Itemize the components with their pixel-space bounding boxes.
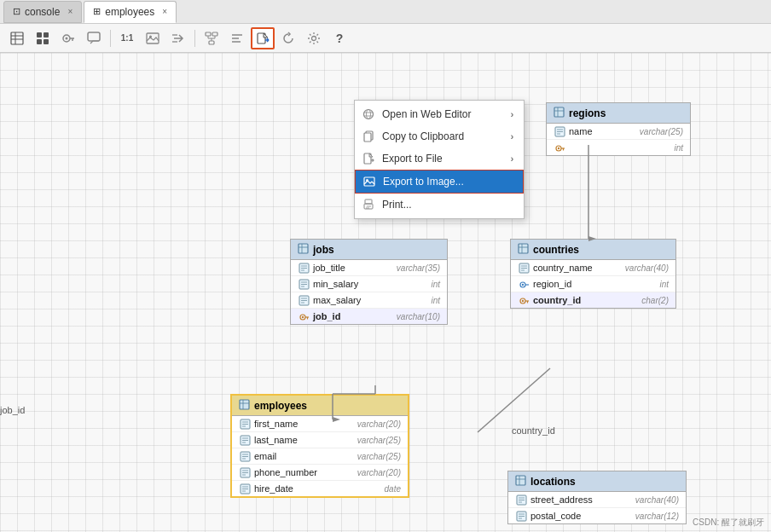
- toolbar: 1:1 ?: [0, 24, 771, 53]
- pk-icon: [554, 142, 565, 153]
- export-file-icon: [362, 152, 375, 165]
- settings-button[interactable]: [302, 27, 326, 49]
- jobs-row-jobid: job_id varchar(10): [291, 309, 447, 324]
- help-button[interactable]: ?: [328, 27, 351, 49]
- menu-item-export-image[interactable]: Export to Image...: [355, 170, 524, 194]
- tab-employees-close[interactable]: ×: [162, 7, 167, 16]
- svg-rect-19: [209, 41, 214, 44]
- table-locations-title: locations: [530, 476, 576, 488]
- countries-field-regionid-type: int: [659, 280, 669, 289]
- comment-button[interactable]: [82, 27, 106, 49]
- countries-field-regionid: region_id: [533, 279, 656, 289]
- jobs-field-jobid-type: varchar(10): [397, 312, 440, 321]
- key-button[interactable]: [56, 27, 80, 49]
- employees-row-firstname: first_name varchar(20): [232, 416, 408, 432]
- tab-console[interactable]: ⊡ console ×: [3, 1, 82, 23]
- country-id-label: country_id: [512, 425, 555, 436]
- employees-field-lastname-type: varchar(25): [357, 436, 401, 445]
- svg-point-75: [521, 283, 523, 285]
- jobs-field-max-salary: max_salary: [313, 295, 427, 305]
- locations-field-street-type: varchar(40): [635, 495, 679, 505]
- menu-item-open-web[interactable]: Open in Web Editor ›: [355, 103, 524, 125]
- image-view-button[interactable]: [141, 27, 165, 49]
- jobs-field-max-salary-type: int: [431, 296, 440, 305]
- tab-console-close[interactable]: ×: [67, 7, 72, 16]
- export-image-icon: [362, 175, 376, 188]
- context-menu[interactable]: Open in Web Editor › Copy to Clipboard ›…: [354, 100, 525, 219]
- table-jobs-title: jobs: [313, 244, 334, 256]
- svg-rect-4: [37, 32, 42, 38]
- svg-rect-123: [364, 177, 374, 186]
- menu-print-label: Print...: [382, 199, 412, 211]
- svg-point-32: [312, 36, 316, 40]
- svg-rect-6: [37, 39, 42, 44]
- copy-arrow: ›: [511, 132, 513, 142]
- layout-button[interactable]: [200, 27, 223, 49]
- employees-icon: ⊞: [93, 6, 101, 17]
- menu-export-image-label: Export to Image...: [383, 176, 464, 188]
- table-countries[interactable]: countries country_name varchar(40) regio…: [510, 239, 676, 309]
- table-employees[interactable]: employees first_name varchar(20) last_na…: [230, 394, 409, 498]
- table-jobs[interactable]: jobs job_title varchar(35) min_salary in…: [290, 239, 448, 325]
- svg-point-78: [521, 299, 523, 301]
- employees-field-hiredate-type: date: [385, 484, 401, 494]
- table-locations[interactable]: locations street_address varchar(40) pos…: [507, 471, 687, 524]
- menu-open-web-label: Open in Web Editor: [382, 108, 472, 120]
- table-locations-header: locations: [508, 471, 686, 492]
- table-employees-title: employees: [254, 400, 307, 412]
- share-button[interactable]: [166, 27, 190, 49]
- toolbar-sep-1: [110, 30, 111, 47]
- menu-export-file-label: Export to File: [382, 153, 443, 165]
- employees-row-hiredate: hire_date date: [232, 481, 408, 496]
- menu-copy-label: Copy to Clipboard: [382, 130, 464, 142]
- locations-field-street: street_address: [530, 494, 632, 505]
- employees-field-email: email: [254, 451, 354, 461]
- svg-rect-81: [240, 400, 249, 409]
- menu-item-copy-clipboard[interactable]: Copy to Clipboard ›: [355, 125, 524, 147]
- toolbar-sep-2: [194, 30, 195, 47]
- employees-field-firstname-type: varchar(20): [357, 419, 401, 429]
- svg-rect-129: [365, 205, 367, 207]
- countries-field-countryid: country_id: [533, 295, 638, 305]
- jobs-row-maxsalary: max_salary int: [291, 292, 447, 309]
- ratio-button[interactable]: 1:1: [115, 27, 139, 49]
- tab-employees[interactable]: ⊞ employees ×: [84, 1, 177, 23]
- table-view-button[interactable]: [5, 27, 29, 49]
- countries-field-countryid-type: char(2): [641, 296, 669, 305]
- export-button[interactable]: [251, 27, 275, 49]
- countries-row-regionid: region_id int: [511, 276, 675, 292]
- svg-rect-5: [43, 32, 49, 38]
- tab-console-label: console: [25, 6, 60, 18]
- employees-field-email-type: varchar(25): [357, 452, 401, 461]
- menu-item-export-file[interactable]: Export to File ›: [355, 147, 524, 170]
- tab-employees-label: employees: [105, 6, 154, 18]
- jobs-row-minsalary: min_salary int: [291, 276, 447, 292]
- print-icon: [362, 198, 375, 211]
- export-file-arrow: ›: [511, 154, 513, 164]
- employees-field-phone-type: varchar(20): [357, 468, 401, 477]
- format-button[interactable]: [225, 27, 249, 49]
- jobs-field-jobid: job_id: [313, 311, 393, 321]
- copy-icon: [362, 130, 375, 143]
- svg-rect-120: [364, 133, 371, 142]
- svg-point-116: [367, 110, 371, 119]
- locations-row-street: street_address varchar(40): [508, 492, 686, 508]
- table-employees-header: employees: [232, 396, 408, 416]
- svg-point-9: [66, 37, 68, 39]
- employees-row-phone: phone_number varchar(20): [232, 465, 408, 481]
- refresh-button[interactable]: [276, 27, 300, 49]
- employees-row-lastname: last_name varchar(25): [232, 432, 408, 448]
- canvas-area[interactable]: job_id country_id regions name varchar(2…: [0, 53, 771, 532]
- locations-row-postal: postal_code varchar(12): [508, 508, 686, 523]
- jobs-field-jobtitle: job_title: [313, 263, 393, 273]
- locations-field-postal-type: varchar(12): [635, 512, 679, 521]
- table-regions[interactable]: regions name varchar(25) int: [546, 102, 691, 156]
- jobs-field-min-salary-type: int: [431, 280, 440, 289]
- countries-row-name: country_name varchar(40): [511, 260, 675, 276]
- employees-field-lastname: last_name: [254, 435, 354, 445]
- menu-item-print[interactable]: Print...: [355, 194, 524, 216]
- jobs-row-title: job_title varchar(35): [291, 260, 447, 276]
- regions-field-pk-type: int: [674, 143, 683, 153]
- grid-view-button[interactable]: [31, 27, 55, 49]
- table-countries-title: countries: [533, 244, 579, 256]
